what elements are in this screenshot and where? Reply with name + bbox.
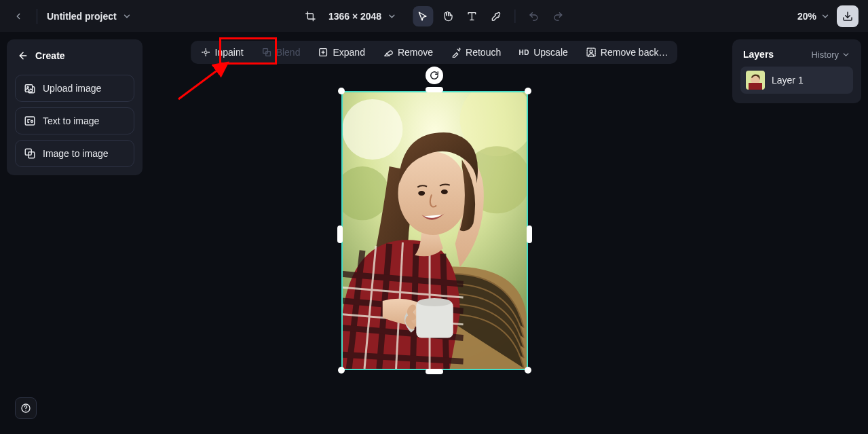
canvas-size-icon-button[interactable] [300, 6, 320, 26]
create-title: Create [35, 50, 65, 61]
layers-panel-header: Layers History [740, 49, 853, 67]
action-blend[interactable]: Blend [253, 43, 309, 62]
resize-handle-top-left[interactable] [338, 88, 345, 94]
redo-button[interactable] [548, 6, 568, 26]
upload-image-icon [24, 82, 36, 94]
redo-icon [552, 11, 563, 22]
undo-button[interactable] [523, 6, 544, 26]
action-label: Inpaint [215, 47, 244, 58]
sidebar-item-upload-image[interactable]: Upload image [15, 75, 134, 102]
svg-point-42 [417, 298, 451, 306]
svg-rect-4 [25, 85, 33, 92]
history-button[interactable]: History [812, 50, 850, 60]
svg-point-7 [31, 120, 33, 122]
regenerate-button[interactable] [426, 67, 443, 84]
action-inpaint[interactable]: Inpaint [192, 43, 252, 62]
resize-handle-left[interactable] [337, 225, 343, 243]
action-upscale[interactable]: HD Upscale [510, 43, 576, 62]
text-icon [466, 11, 477, 22]
undo-icon [528, 11, 539, 22]
layer-item[interactable]: Layer 1 [740, 67, 853, 94]
back-button[interactable] [10, 7, 27, 25]
top-bar-left: Untitled project [0, 7, 132, 25]
image-to-image-icon [24, 147, 36, 160]
divider [514, 10, 515, 23]
svg-rect-45 [749, 83, 762, 90]
layers-title: Layers [743, 49, 774, 60]
svg-point-12 [204, 51, 207, 54]
sidebar-item-label: Image to image [43, 148, 109, 159]
download-button[interactable] [837, 5, 858, 27]
sidebar-item-label: Upload image [43, 83, 101, 94]
tool-select[interactable] [413, 6, 433, 26]
svg-point-11 [25, 410, 26, 411]
create-header: Create [15, 48, 134, 69]
arrow-left-icon [18, 50, 29, 61]
tool-text[interactable] [461, 6, 482, 26]
history-label: History [812, 50, 839, 60]
expand-icon [318, 47, 328, 58]
dimensions-button[interactable]: 1366 × 2048 [324, 8, 400, 24]
top-bar-center: 1366 × 2048 [300, 0, 568, 33]
action-bar: Inpaint Blend Expand Remove Retouch HD U… [191, 41, 678, 64]
project-title: Untitled project [47, 11, 117, 22]
resize-handle-bottom-right[interactable] [525, 367, 531, 374]
action-label: Remove back… [601, 47, 668, 58]
sidebar-item-text-to-image[interactable]: Text to image [15, 107, 134, 134]
action-expand[interactable]: Expand [309, 43, 373, 62]
retouch-icon [451, 47, 461, 58]
text-to-image-icon [24, 115, 36, 127]
tool-eyedropper[interactable] [486, 6, 506, 26]
remove-background-icon [586, 47, 597, 58]
help-icon [20, 403, 31, 414]
chevron-down-icon [820, 12, 830, 21]
action-label: Expand [333, 47, 364, 58]
inpaint-icon [200, 47, 211, 58]
layer-thumbnail [746, 71, 765, 90]
resize-handle-bottom[interactable] [426, 369, 443, 374]
zoom-button[interactable]: 20% [797, 11, 830, 22]
top-bar: Untitled project 1366 × 2048 [0, 0, 868, 33]
divider [37, 9, 37, 24]
svg-point-18 [590, 50, 592, 53]
eyedropper-icon [491, 11, 502, 22]
resize-handle-right[interactable] [527, 225, 532, 243]
svg-rect-41 [416, 301, 453, 338]
sidebar-item-image-to-image[interactable]: Image to image [15, 140, 134, 167]
action-remove-background[interactable]: Remove back… [578, 43, 677, 62]
resize-handle-top-right[interactable] [525, 88, 531, 94]
canvas-image-layer[interactable] [341, 91, 528, 370]
action-label: Blend [276, 47, 301, 58]
action-remove[interactable]: Remove [375, 43, 441, 62]
zoom-value: 20% [797, 11, 816, 22]
hd-icon: HD [518, 47, 529, 58]
action-label: Upscale [533, 47, 568, 58]
resize-handle-top[interactable] [426, 87, 443, 92]
project-title-button[interactable]: Untitled project [47, 11, 132, 22]
svg-point-40 [441, 189, 448, 194]
crop-icon [305, 11, 316, 22]
cursor-icon [417, 11, 428, 22]
tool-hand[interactable] [437, 6, 457, 26]
dimensions-text: 1366 × 2048 [328, 11, 381, 22]
action-label: Retouch [466, 47, 501, 58]
svg-point-39 [418, 191, 425, 196]
chevron-down-icon [122, 12, 132, 21]
create-panel: Create Upload image Text to image Image … [7, 39, 143, 175]
chevron-left-icon [14, 12, 23, 21]
blend-icon [261, 47, 272, 58]
layers-panel: Layers History Layer 1 [732, 39, 861, 103]
hand-icon [442, 11, 453, 22]
remove-icon [383, 47, 394, 58]
resize-handle-bottom-left[interactable] [338, 367, 345, 374]
download-icon [842, 11, 853, 22]
canvas-image [343, 92, 527, 369]
chevron-down-icon [842, 50, 850, 59]
action-label: Remove [398, 47, 433, 58]
action-retouch[interactable]: Retouch [442, 43, 509, 62]
help-button[interactable] [15, 397, 37, 419]
refresh-icon [430, 71, 439, 80]
annotation-arrow-icon [172, 58, 236, 106]
layer-label: Layer 1 [772, 75, 804, 86]
sidebar-item-label: Text to image [43, 115, 99, 126]
